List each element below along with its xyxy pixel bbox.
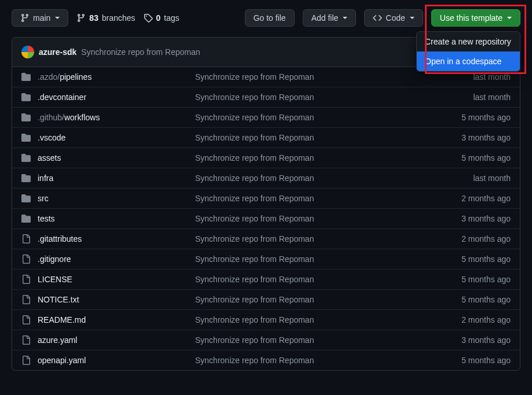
file-commit-message[interactable]: Synchronize repo from Repoman <box>195 234 461 243</box>
file-time: 2 months ago <box>461 315 511 324</box>
file-commit-message[interactable]: Synchronize repo from Repoman <box>195 153 461 163</box>
file-time: 5 months ago <box>461 153 511 163</box>
file-name-link[interactable]: LICENSE <box>38 275 72 284</box>
file-time: last month <box>473 93 511 102</box>
file-row: srcSynchronize repo from Repoman2 months… <box>12 189 520 209</box>
branches-label: branches <box>102 13 135 23</box>
file-time: last month <box>473 72 511 82</box>
file-name-link[interactable]: README.md <box>38 315 86 324</box>
file-commit-message[interactable]: Synchronize repo from Repoman <box>195 254 461 264</box>
file-time: 2 months ago <box>461 194 511 203</box>
file-row: infraSynchronize repo from Repomanlast m… <box>12 168 520 189</box>
repo-toolbar: main 83 branches 0 tags Go to file Add f… <box>12 9 520 27</box>
tags-count: 0 <box>156 13 161 23</box>
code-icon <box>373 13 382 23</box>
branch-select-button[interactable]: main <box>12 9 68 27</box>
tags-label: tags <box>164 13 179 23</box>
file-time: 5 months ago <box>461 113 511 122</box>
file-icon <box>21 295 31 304</box>
add-file-button[interactable]: Add file <box>303 9 357 27</box>
file-icon <box>21 335 31 345</box>
commit-author[interactable]: azure-sdk <box>39 47 76 57</box>
caret-down-icon <box>507 17 512 19</box>
file-name-link[interactable]: NOTICE.txt <box>38 295 79 304</box>
file-time: 3 months ago <box>461 214 511 223</box>
file-commit-message[interactable]: Synchronize repo from Repoman <box>195 113 461 122</box>
file-name-link[interactable]: .azdo/pipelines <box>38 72 91 82</box>
file-name-link[interactable]: azure.yaml <box>38 335 77 345</box>
file-row: LICENSESynchronize repo from Repoman5 mo… <box>12 270 520 290</box>
file-time: 5 months ago <box>461 356 511 365</box>
git-branch-icon <box>76 13 86 23</box>
file-time: 3 months ago <box>461 335 511 345</box>
file-commit-message[interactable]: Synchronize repo from Repoman <box>195 315 461 324</box>
file-icon <box>21 234 31 243</box>
file-row: assetsSynchronize repo from Repoman5 mon… <box>12 148 520 168</box>
file-name-link[interactable]: openapi.yaml <box>38 356 86 365</box>
file-commit-message[interactable]: Synchronize repo from Repoman <box>195 275 461 284</box>
file-row: testsSynchronize repo from Repoman3 mont… <box>12 209 520 229</box>
folder-icon <box>21 214 31 223</box>
use-template-button[interactable]: Use this template <box>431 9 520 27</box>
file-name-link[interactable]: .gitattributes <box>38 234 82 243</box>
file-row: NOTICE.txtSynchronize repo from Repoman5… <box>12 290 520 310</box>
file-row: README.mdSynchronize repo from Repoman2 … <box>12 310 520 330</box>
file-row: azure.yamlSynchronize repo from Repoman3… <box>12 330 520 350</box>
commit-message[interactable]: Synchronize repo from Repoman <box>81 47 200 57</box>
code-button[interactable]: Code <box>364 9 423 27</box>
file-commit-message[interactable]: Synchronize repo from Repoman <box>195 194 461 203</box>
branch-name: main <box>33 13 50 23</box>
file-row: .github/workflowsSynchronize repo from R… <box>12 108 520 128</box>
file-icon <box>21 275 31 284</box>
file-time: 3 months ago <box>461 133 511 142</box>
file-name-link[interactable]: tests <box>38 214 55 223</box>
file-row: .gitattributesSynchronize repo from Repo… <box>12 229 520 249</box>
use-template-dropdown: Create a new repository Open in a codesp… <box>416 31 520 72</box>
file-icon <box>21 315 31 324</box>
branches-count: 83 <box>89 13 98 23</box>
dropdown-open-codespace[interactable]: Open in a codespace <box>417 51 520 71</box>
caret-down-icon <box>55 17 60 19</box>
file-commit-message[interactable]: Synchronize repo from Repoman <box>195 214 461 223</box>
folder-icon <box>21 133 31 142</box>
file-time: 5 months ago <box>461 275 511 284</box>
branches-link[interactable]: 83 branches <box>76 13 135 23</box>
folder-icon <box>21 93 31 102</box>
file-name-link[interactable]: src <box>38 194 49 203</box>
file-commit-message[interactable]: Synchronize repo from Repoman <box>195 356 461 365</box>
file-name-link[interactable]: .gitignore <box>38 254 71 264</box>
file-commit-message[interactable]: Synchronize repo from Repoman <box>195 93 473 102</box>
file-icon <box>21 254 31 264</box>
file-icon <box>21 356 31 365</box>
file-name-link[interactable]: .github/workflows <box>38 113 100 122</box>
file-name-link[interactable]: assets <box>38 153 61 163</box>
file-time: last month <box>473 173 511 183</box>
file-commit-message[interactable]: Synchronize repo from Repoman <box>195 72 473 82</box>
caret-down-icon <box>343 17 347 19</box>
file-commit-message[interactable]: Synchronize repo from Repoman <box>195 295 461 304</box>
file-time: 2 months ago <box>461 234 511 243</box>
file-row: .gitignoreSynchronize repo from Repoman5… <box>12 249 520 270</box>
file-listing: azure-sdk Synchronize repo from Repoman … <box>12 37 520 371</box>
dropdown-create-repo[interactable]: Create a new repository <box>417 32 520 51</box>
file-row: .devcontainerSynchronize repo from Repom… <box>12 87 520 108</box>
folder-icon <box>21 113 31 122</box>
avatar <box>21 46 34 58</box>
file-time: 5 months ago <box>461 295 511 304</box>
file-name-link[interactable]: .devcontainer <box>38 93 86 102</box>
file-time: 5 months ago <box>461 254 511 264</box>
folder-icon <box>21 194 31 203</box>
file-row: openapi.yamlSynchronize repo from Repoma… <box>12 350 520 370</box>
tag-icon <box>144 13 153 23</box>
git-branch-icon <box>20 13 30 23</box>
file-commit-message[interactable]: Synchronize repo from Repoman <box>195 335 461 345</box>
file-name-link[interactable]: .vscode <box>38 133 65 142</box>
tags-link[interactable]: 0 tags <box>144 13 179 23</box>
file-commit-message[interactable]: Synchronize repo from Repoman <box>195 133 461 142</box>
folder-icon <box>21 173 31 183</box>
file-name-link[interactable]: infra <box>38 173 53 183</box>
file-row: .vscodeSynchronize repo from Repoman3 mo… <box>12 128 520 148</box>
file-commit-message[interactable]: Synchronize repo from Repoman <box>195 173 473 183</box>
folder-icon <box>21 153 31 163</box>
go-to-file-button[interactable]: Go to file <box>245 9 295 27</box>
